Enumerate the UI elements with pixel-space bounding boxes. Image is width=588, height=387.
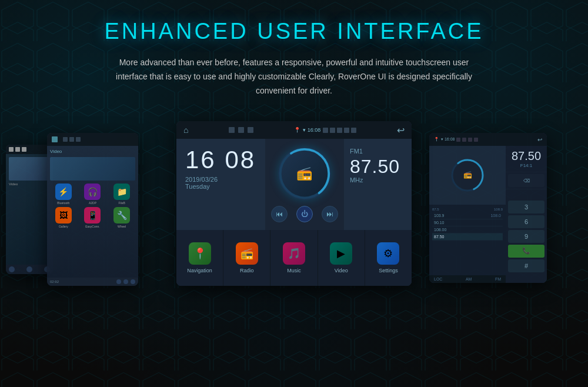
fl-btn-1[interactable]	[9, 266, 15, 272]
fl-home-icon	[9, 147, 14, 152]
far-left-content: Video	[6, 154, 53, 265]
fm-freq: 87.50	[350, 156, 406, 178]
page-subtitle: More advanced than ever before, features…	[112, 56, 476, 98]
app-grid: ⚡ Bluetooth 🎧 A2DP 📁 FileB 🖼	[50, 184, 135, 228]
navigation-label: Navigation	[187, 268, 212, 273]
app-tile-settings[interactable]: ⚙ Settings	[365, 230, 412, 286]
lb-icon-3[interactable]	[131, 279, 135, 284]
date-text: 2019/03/26	[185, 176, 256, 183]
app-item-bluetooth[interactable]: ⚡ Bluetooth	[50, 184, 77, 205]
station-item-2[interactable]: 90.10	[432, 219, 503, 226]
station-item-3[interactable]: 108.00	[432, 226, 503, 233]
center-fm-panel: FM1 87.50 MHz	[344, 139, 412, 230]
app-tile-video[interactable]: ▶ Video	[318, 230, 365, 286]
backspace-button[interactable]: ⌫	[508, 174, 544, 187]
app-item-wheel[interactable]: 🔧 Wheel	[108, 207, 135, 228]
big-time: 16 08	[185, 148, 256, 172]
numpad-row-2: 6	[508, 215, 544, 228]
app-item-file[interactable]: 📁 FileB	[108, 184, 135, 205]
screens-container: Video	[0, 115, 588, 303]
app-item-a2dp[interactable]: 🎧 A2DP	[79, 184, 106, 205]
ch-si-3	[337, 128, 342, 133]
call-button[interactable]: 📞	[508, 245, 544, 258]
prev-button[interactable]: ⏮	[271, 206, 288, 222]
freq-max: 108.0	[494, 208, 503, 211]
am-label: AM	[466, 277, 472, 281]
rh-icon-4	[474, 138, 478, 142]
fl-label: Video	[9, 182, 50, 186]
fl-btn-2[interactable]	[26, 266, 32, 272]
rh-icon-3	[468, 138, 472, 142]
ch-si-4	[344, 128, 349, 133]
right-status: 📍 ▾ 16:08	[434, 137, 478, 142]
center-home-icon[interactable]: ⌂	[183, 125, 188, 135]
wheel-icon: 🔧	[113, 207, 130, 223]
center-header: ⌂ 📍 ▾ 16:08	[176, 121, 412, 139]
easy-icon: 📱	[84, 207, 101, 223]
bluetooth-label: Bluetooth	[57, 201, 69, 205]
numpad-hash[interactable]: #	[508, 259, 544, 272]
numpad-section: 3 6 9 📞 #	[506, 189, 547, 283]
right-combined: 📻 87.5 108.0 103.9 1	[429, 146, 547, 283]
wheel-label: Wheel	[118, 225, 126, 228]
far-left-header	[6, 145, 53, 154]
center-inner: ⌂ 📍 ▾ 16:08	[176, 121, 412, 286]
app-tile-navigation[interactable]: 📍 Navigation	[176, 230, 223, 286]
center-time-panel: 16 08 2019/03/26 Tuesday	[176, 139, 265, 230]
video-label: Video	[50, 149, 135, 154]
a2dp-label: A2DP	[89, 201, 96, 205]
station-freq-1: 103.9	[434, 213, 445, 218]
screen-left: Video ⚡ Bluetooth 🎧 A2DP 📁	[47, 133, 138, 286]
rh-icon-1	[456, 138, 460, 142]
app-item-easy[interactable]: 📱 EasyConn.	[79, 207, 106, 228]
right-header: 📍 ▾ 16:08 ↩	[429, 133, 547, 146]
station-item-4[interactable]: 87.50	[432, 233, 503, 241]
numpad-row-5: #	[508, 259, 544, 272]
fl-icon-1	[15, 147, 20, 152]
lb-icon-1[interactable]	[116, 279, 121, 284]
radio-controls: ⏮ ⏻ ⏭	[271, 206, 338, 222]
numpad-9[interactable]: 9	[508, 230, 544, 243]
right-main-content: 📻 87.5 108.0 103.9 1	[429, 146, 506, 283]
lh-icon-1	[63, 137, 68, 142]
right-numpad: 87.50 F14:1 ⌫ 3 6	[506, 146, 547, 283]
right-freq-display: 📻	[429, 146, 506, 205]
day-text: Tuesday	[185, 183, 256, 190]
ch-icon-1	[229, 127, 235, 133]
far-left-inner: Video	[6, 145, 53, 274]
radio-arc-svg	[278, 147, 331, 200]
fm-label: FM	[495, 277, 501, 281]
gallery-icon: 🖼	[55, 207, 72, 223]
station-name-1: 108.0	[490, 213, 501, 218]
app-tile-music[interactable]: 🎵 Music	[270, 230, 318, 286]
center-app-row: 📍 Navigation 📻 Radio 🎵 Music ▶ Video	[176, 230, 412, 286]
music-icon: 🎵	[283, 242, 305, 265]
loc-label: LOC	[434, 277, 442, 281]
center-back-button[interactable]: ↩	[397, 125, 405, 136]
fl-image	[9, 157, 50, 181]
center-radio-panel: 📻 ⏮ ⏻ ⏭	[265, 139, 344, 230]
fm-mhz: MHz	[350, 176, 406, 184]
station-freq-3: 108.00	[434, 228, 446, 232]
app-tile-radio[interactable]: 📻 Radio	[223, 230, 270, 286]
right-inner: 📍 ▾ 16:08 ↩	[429, 133, 547, 283]
right-radio-circle: 📻	[450, 158, 485, 193]
lh-home	[52, 136, 58, 142]
left-bottom: 02:92	[47, 278, 138, 286]
numpad-row-3: 9	[508, 230, 544, 243]
app-item-gallery[interactable]: 🖼 Gallery	[50, 207, 77, 228]
right-back-button[interactable]: ↩	[537, 136, 542, 143]
screen-center: ⌂ 📍 ▾ 16:08	[176, 121, 412, 286]
lb-icon-2[interactable]	[123, 279, 128, 284]
freq-sublabel: F14:1	[509, 163, 544, 168]
power-button[interactable]: ⏻	[296, 206, 313, 222]
numpad-row-4: 📞	[508, 245, 544, 258]
station-item-1[interactable]: 103.9 108.0	[432, 212, 503, 219]
next-button[interactable]: ⏭	[322, 206, 338, 222]
radio-circle: 📻	[278, 147, 331, 200]
numpad-6[interactable]: 6	[508, 215, 544, 228]
freq-range: 87.5 108.0	[432, 208, 503, 211]
status-time: ▾ 16:08	[303, 127, 320, 133]
right-bottom-bar: LOC AM FM	[429, 275, 506, 283]
numpad-3[interactable]: 3	[508, 201, 544, 213]
